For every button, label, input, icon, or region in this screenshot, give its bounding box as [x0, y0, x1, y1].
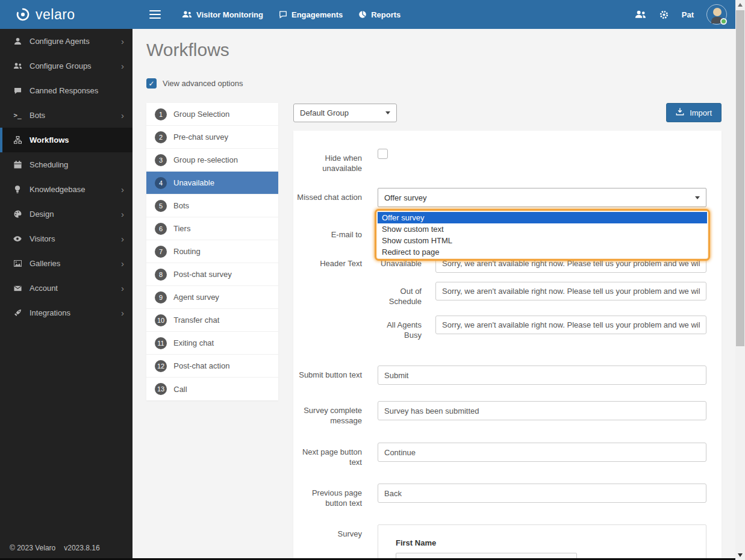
- missed-chat-action-label: Missed chat action: [293, 188, 362, 207]
- previous-page-button-text-input[interactable]: [378, 484, 706, 503]
- chevron-right-icon: ›: [121, 308, 124, 317]
- brand[interactable]: velaro: [0, 7, 132, 23]
- missed-chat-action-value: Offer survey: [384, 193, 427, 202]
- sidebar-item-label: Knowledgebase: [30, 185, 121, 194]
- app-root: velaro Visitor Monitoring Engagements R: [0, 0, 745, 560]
- step-label: Bots: [173, 201, 189, 210]
- dropdown-option-offer-survey[interactable]: Offer survey: [378, 212, 707, 223]
- step-post-chat-action[interactable]: 12Post-chat action: [146, 355, 278, 378]
- step-unavailable[interactable]: 4Unavailable: [146, 172, 278, 194]
- step-label: Unavailable: [173, 178, 214, 187]
- workflow-icon: [13, 136, 22, 144]
- out-of-schedule-sub-label: Out of Schedule: [378, 282, 422, 306]
- step-group-selection[interactable]: 1Group Selection: [146, 103, 278, 126]
- chevron-right-icon: ›: [121, 61, 124, 70]
- sidebar-item-galleries[interactable]: Galleries ›: [0, 251, 132, 276]
- sidebar-item-integrations[interactable]: Integrations ›: [0, 300, 132, 325]
- calendar-icon: [13, 161, 22, 169]
- sidebar-item-label: Canned Responses: [30, 86, 124, 95]
- survey-complete-message-input[interactable]: [378, 401, 706, 420]
- dropdown-option-show-custom-text[interactable]: Show custom text: [378, 223, 707, 235]
- sidebar-item-canned-responses[interactable]: Canned Responses: [0, 78, 132, 103]
- sidebar-item-label: Configure Agents: [30, 37, 121, 46]
- step-tiers[interactable]: 6Tiers: [146, 217, 278, 240]
- sidebar-item-visitors[interactable]: Visitors ›: [0, 226, 132, 251]
- step-badge: 7: [155, 246, 167, 258]
- step-call[interactable]: 13Call: [146, 378, 278, 400]
- user-name[interactable]: Pat: [682, 10, 694, 19]
- dropdown-option-show-custom-html[interactable]: Show custom HTML: [378, 235, 707, 246]
- sidebar-item-account[interactable]: Account ›: [0, 276, 132, 300]
- rocket-icon: [13, 309, 22, 317]
- chevron-right-icon: ›: [121, 259, 124, 268]
- team-icon[interactable]: [635, 10, 646, 19]
- hide-when-unavailable-checkbox[interactable]: [378, 149, 388, 159]
- step-group-re-selection[interactable]: 3Group re-selection: [146, 149, 278, 172]
- sidebar-item-scheduling[interactable]: Scheduling: [0, 152, 132, 177]
- palette-icon: [13, 210, 22, 218]
- velaro-logo-icon: [16, 7, 30, 22]
- chevron-right-icon: ›: [121, 185, 124, 194]
- step-badge: 13: [155, 383, 167, 395]
- scroll-up-arrow-icon[interactable]: [738, 3, 743, 7]
- step-label: Post-chat survey: [173, 270, 232, 279]
- header-text-all-agents-busy-input[interactable]: [435, 316, 706, 334]
- nav-item-label: Visitor Monitoring: [196, 10, 263, 19]
- step-label: Tiers: [173, 224, 190, 233]
- nav-engagements[interactable]: Engagements: [271, 0, 351, 29]
- sidebar: Configure Agents › Configure Groups › Ca…: [0, 29, 132, 558]
- advanced-options-toggle[interactable]: ✓ View advanced options: [146, 78, 243, 89]
- sidebar-item-configure-groups[interactable]: Configure Groups ›: [0, 54, 132, 78]
- survey-label: Survey: [293, 524, 362, 560]
- unavailable-form: Hide when unavailable Missed chat action…: [293, 131, 722, 560]
- sidebar-item-bots[interactable]: >_ Bots ›: [0, 103, 132, 128]
- step-bots[interactable]: 5Bots: [146, 194, 278, 217]
- step-badge: 4: [155, 177, 167, 189]
- sidebar-item-configure-agents[interactable]: Configure Agents ›: [0, 29, 132, 54]
- step-label: Pre-chat survey: [173, 132, 228, 142]
- step-post-chat-survey[interactable]: 8Post-chat survey: [146, 263, 278, 286]
- chevron-down-icon: [695, 196, 700, 199]
- header-text-out-of-schedule-input[interactable]: [435, 282, 706, 300]
- next-page-button-text-input[interactable]: [378, 443, 706, 462]
- step-label: Exiting chat: [173, 338, 214, 347]
- user-avatar[interactable]: [706, 4, 727, 25]
- submit-button-text-input[interactable]: [378, 366, 706, 385]
- version-text: v2023.8.16: [64, 544, 99, 552]
- sidebar-item-knowledgebase[interactable]: Knowledgebase ›: [0, 177, 132, 202]
- missed-chat-action-select[interactable]: Offer survey: [378, 188, 706, 207]
- groups-icon: [13, 63, 22, 69]
- gear-icon[interactable]: [659, 10, 669, 20]
- sidebar-item-label: Scheduling: [30, 160, 124, 169]
- menu-toggle[interactable]: [146, 4, 164, 25]
- nav-reports[interactable]: Reports: [351, 0, 408, 29]
- advanced-options-label: View advanced options: [163, 79, 243, 88]
- scroll-down-arrow-icon[interactable]: [738, 553, 743, 557]
- sidebar-item-label: Design: [30, 210, 121, 219]
- import-button[interactable]: Import: [666, 103, 722, 122]
- chevron-right-icon: ›: [121, 284, 124, 293]
- checked-checkbox-icon[interactable]: ✓: [146, 78, 157, 89]
- nav-visitor-monitoring[interactable]: Visitor Monitoring: [174, 0, 271, 29]
- step-transfer-chat[interactable]: 10Transfer chat: [146, 309, 278, 332]
- vertical-scrollbar[interactable]: [735, 0, 745, 560]
- survey-preview: First Name: [378, 524, 706, 560]
- step-agent-survey[interactable]: 9Agent survey: [146, 286, 278, 309]
- sidebar-item-design[interactable]: Design ›: [0, 202, 132, 226]
- first-name-label: First Name: [396, 538, 706, 547]
- pie-chart-icon: [358, 10, 367, 19]
- scrollbar-thumb[interactable]: [736, 10, 744, 346]
- step-pre-chat-survey[interactable]: 2Pre-chat survey: [146, 126, 278, 149]
- terminal-icon: >_: [13, 111, 22, 119]
- dropdown-option-redirect-to-page[interactable]: Redirect to page: [378, 246, 707, 258]
- sidebar-item-workflows[interactable]: Workflows: [0, 128, 132, 152]
- copyright-text: © 2023 Velaro: [10, 544, 55, 552]
- header-text-label: Header Text: [293, 254, 362, 340]
- step-exiting-chat[interactable]: 11Exiting chat: [146, 332, 278, 355]
- eye-icon: [13, 236, 22, 241]
- all-agents-busy-sub-label: All Agents Busy: [378, 316, 422, 340]
- step-badge: 10: [155, 314, 167, 326]
- main-content: Workflows ✓ View advanced options 1Group…: [132, 29, 735, 560]
- step-routing[interactable]: 7Routing: [146, 240, 278, 263]
- group-select[interactable]: Default Group: [293, 104, 397, 122]
